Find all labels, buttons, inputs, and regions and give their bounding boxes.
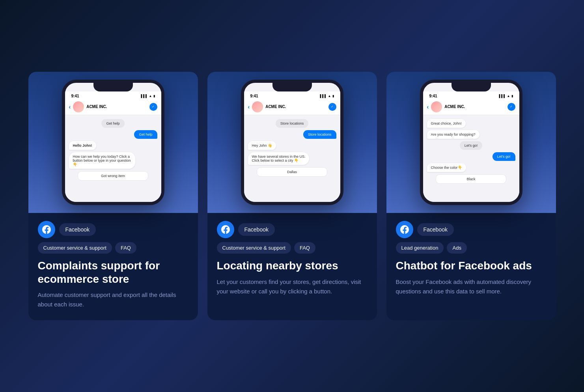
chat-message-1: Get help [101, 119, 124, 128]
avatar [431, 101, 442, 112]
facebook-icon [217, 221, 234, 238]
back-arrow[interactable]: ‹ [427, 104, 429, 110]
facebook-icon [396, 221, 413, 238]
tag-2: FAQ [115, 242, 136, 254]
platform-row: Facebook [396, 221, 547, 238]
chat-message-2: Are you ready for shopping? [427, 130, 480, 139]
phone-header: ‹ ACME INC. ✓ [244, 99, 340, 115]
company-name: ACME INC. [265, 105, 326, 109]
chat-message-5: Choose the color👇 [427, 163, 466, 172]
tag-2: Ads [447, 242, 466, 254]
tag-2: FAQ [294, 242, 315, 254]
phone-status-bar: 9:41 ▌▌▌ ▲ ▮ [65, 91, 161, 99]
company-name: ACME INC. [444, 105, 505, 109]
tag-1: Customer service & support [38, 242, 112, 254]
card-3: 9:41 ▌▌▌ ▲ ▮ ‹ ACME INC. ✓ Great choice,… [386, 72, 556, 320]
chat-message-5[interactable]: Dallas [257, 167, 327, 177]
chat-message-4: We have several stores in the US. Click … [248, 152, 310, 165]
wifi-icon: ▲ [507, 94, 510, 98]
cards-container: 9:41 ▌▌▌ ▲ ▮ ‹ ACME INC. ✓ Get helpGet h… [8, 72, 576, 320]
chat-message-6[interactable]: Black [436, 174, 506, 184]
avatar [252, 101, 263, 112]
phone-status-bar: 9:41 ▌▌▌ ▲ ▮ [423, 91, 519, 99]
status-icons: ▌▌▌ ▲ ▮ [141, 94, 155, 98]
phone-header: ‹ ACME INC. ✓ [423, 99, 519, 115]
phone-notch [452, 83, 491, 91]
chat-message-1: Store locations [276, 119, 309, 128]
platform-row: Facebook [38, 221, 188, 238]
chat-message-2: Get help [134, 130, 157, 139]
phone-notch [93, 83, 133, 91]
phone-header: ‹ ACME INC. ✓ [65, 99, 161, 115]
card-title: Locating nearby stores [217, 259, 368, 273]
chat-message-1: Great choice, John! [427, 119, 466, 128]
wifi-icon: ▲ [149, 94, 152, 98]
card-2: 9:41 ▌▌▌ ▲ ▮ ‹ ACME INC. ✓ Store locatio… [207, 72, 377, 320]
chat-message-3: Let's go! [460, 141, 483, 150]
company-name: ACME INC. [86, 105, 147, 109]
chat-message-4: Let's go! [493, 152, 515, 161]
tag-1: Lead generation [396, 242, 444, 254]
card-description: Boost your Facebook ads with automated d… [396, 277, 547, 296]
card-content: FacebookLead generationAdsChatbot for Fa… [386, 213, 556, 307]
back-arrow[interactable]: ‹ [248, 104, 250, 110]
card-title: Chatbot for Facebook ads [396, 259, 547, 273]
battery-icon: ▮ [332, 94, 334, 98]
card-title: Complaints support for ecommerce store [38, 259, 188, 286]
status-time: 9:41 [250, 94, 258, 98]
card-description: Automate customer support and export all… [38, 290, 188, 309]
battery-icon: ▮ [511, 94, 513, 98]
tags-row: Lead generationAds [396, 242, 547, 254]
status-time: 9:41 [71, 94, 79, 98]
battery-icon: ▮ [153, 94, 155, 98]
signal-icon: ▌▌▌ [141, 94, 148, 98]
phone-chat: Store locationsStore locationsHey John 👋… [244, 115, 340, 202]
avatar [73, 101, 84, 112]
verified-badge: ✓ [508, 103, 515, 111]
chat-message-3: Hey John 👋 [248, 141, 276, 150]
phone-chat: Great choice, John!Are you ready for sho… [423, 115, 519, 202]
tag-1: Customer service & support [217, 242, 291, 254]
card-content: FacebookCustomer service & supportFAQLoc… [207, 213, 377, 307]
signal-icon: ▌▌▌ [499, 94, 506, 98]
chat-message-3: Hello John! [69, 141, 96, 150]
wifi-icon: ▲ [328, 94, 331, 98]
status-icons: ▌▌▌ ▲ ▮ [499, 94, 513, 98]
verified-badge: ✓ [149, 103, 157, 111]
status-icons: ▌▌▌ ▲ ▮ [320, 94, 334, 98]
chat-message-2: Store locations [303, 130, 336, 139]
phone-notch [272, 83, 312, 91]
phone-status-bar: 9:41 ▌▌▌ ▲ ▮ [244, 91, 340, 99]
phone-chat: Get helpGet helpHello John!How can we he… [65, 115, 161, 202]
tags-row: Customer service & supportFAQ [38, 242, 188, 254]
signal-icon: ▌▌▌ [320, 94, 327, 98]
chat-message-4: How can we help you today? Click a butto… [69, 152, 135, 169]
card-1: 9:41 ▌▌▌ ▲ ▮ ‹ ACME INC. ✓ Get helpGet h… [28, 72, 198, 320]
card-description: Let your customers find your stores, get… [217, 277, 368, 296]
tags-row: Customer service & supportFAQ [217, 242, 368, 254]
card-content: FacebookCustomer service & supportFAQCom… [28, 213, 198, 320]
back-arrow[interactable]: ‹ [69, 104, 71, 110]
status-time: 9:41 [429, 94, 437, 98]
platform-label: Facebook [417, 223, 454, 236]
chat-message-5[interactable]: Got wrong item [78, 171, 148, 181]
platform-label: Facebook [238, 223, 275, 236]
platform-row: Facebook [217, 221, 368, 238]
platform-label: Facebook [59, 223, 96, 236]
verified-badge: ✓ [328, 103, 336, 111]
facebook-icon [38, 221, 55, 238]
